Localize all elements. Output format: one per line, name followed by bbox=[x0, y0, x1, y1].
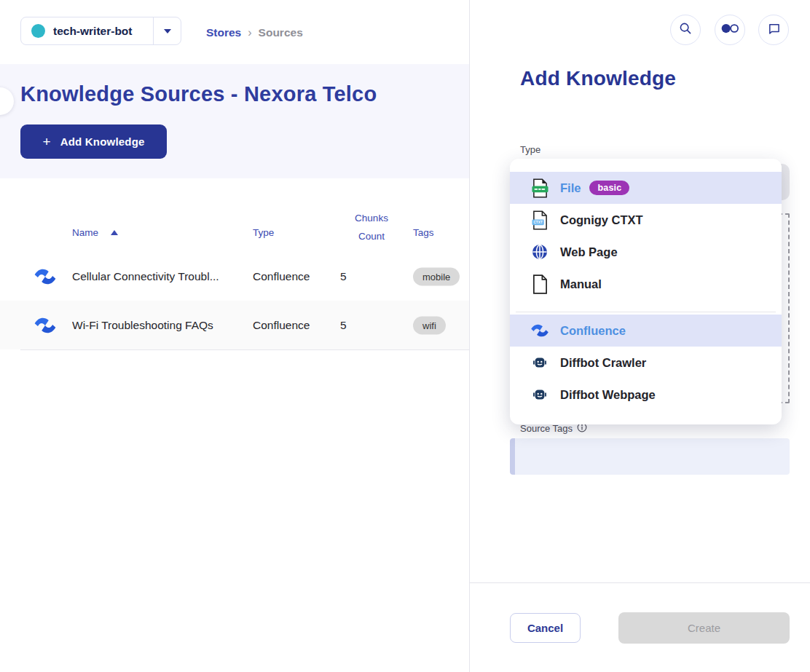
dropdown-option-confluence[interactable]: Confluence bbox=[510, 315, 782, 347]
basic-badge: basic bbox=[589, 181, 629, 195]
globe-icon bbox=[529, 243, 551, 261]
ctxt-file-icon: CTXT bbox=[529, 210, 551, 230]
chunks-count: 5 bbox=[340, 319, 347, 332]
dropdown-option-diffbot-webpage[interactable]: Diffbot Webpage bbox=[510, 379, 782, 411]
dropdown-option-label: Diffbot Webpage bbox=[560, 388, 656, 402]
tag-badge: mobile bbox=[413, 267, 460, 285]
source-tags-input[interactable] bbox=[510, 438, 790, 475]
document-icon bbox=[529, 274, 551, 294]
source-name: Cellular Connectivity Troubl... bbox=[72, 270, 219, 283]
dropdown-divider bbox=[516, 312, 776, 312]
chunks-count: 5 bbox=[340, 270, 347, 283]
page-title: Knowledge Sources - Nexora Telco bbox=[20, 82, 377, 106]
toggle-view-button[interactable] bbox=[715, 15, 745, 45]
dropdown-option-manual[interactable]: Manual bbox=[510, 268, 782, 300]
agent-selector[interactable]: tech-writer-bot bbox=[20, 17, 181, 45]
source-type: Confluence bbox=[253, 319, 310, 332]
dropdown-option-file[interactable]: File basic bbox=[510, 172, 782, 204]
dropdown-option-label: Diffbot Crawler bbox=[560, 356, 646, 370]
panel-divider bbox=[469, 0, 470, 672]
page-header bbox=[0, 64, 470, 178]
dropdown-option-label: Web Page bbox=[560, 245, 618, 259]
confluence-logo-icon bbox=[529, 320, 551, 341]
source-type: Confluence bbox=[253, 270, 310, 283]
column-header-type[interactable]: Type bbox=[253, 227, 274, 238]
svg-text:CTXT: CTXT bbox=[533, 221, 543, 224]
chevron-down-icon[interactable] bbox=[154, 28, 181, 34]
plus-icon: + bbox=[42, 134, 50, 150]
chat-icon bbox=[766, 21, 782, 39]
column-header-chunks-count[interactable]: Chunks Count bbox=[344, 209, 399, 245]
dropdown-option-label: Confluence bbox=[560, 324, 626, 338]
column-header-name[interactable]: Name bbox=[72, 227, 98, 238]
type-field-label: Type bbox=[520, 144, 540, 155]
search-icon bbox=[677, 20, 693, 39]
agent-name: tech-writer-bot bbox=[53, 25, 153, 38]
file-green-icon bbox=[529, 178, 551, 198]
add-knowledge-button[interactable]: + Add Knowledge bbox=[20, 124, 167, 159]
panel-title: Add Knowledge bbox=[520, 67, 676, 90]
dropdown-option-label: Cognigy CTXT bbox=[560, 213, 643, 227]
dropdown-option-cognigy-ctxt[interactable]: CTXT Cognigy CTXT bbox=[510, 204, 782, 236]
column-header-tags[interactable]: Tags bbox=[413, 227, 434, 238]
breadcrumb-separator: › bbox=[248, 26, 251, 39]
row-divider bbox=[20, 349, 470, 350]
search-button[interactable] bbox=[670, 15, 701, 45]
add-knowledge-button-label: Add Knowledge bbox=[60, 135, 145, 148]
create-button[interactable]: Create bbox=[618, 612, 790, 644]
dropdown-option-web-page[interactable]: Web Page bbox=[510, 236, 782, 268]
sort-ascending-icon[interactable] bbox=[111, 230, 118, 235]
type-dropdown-menu: File basic CTXT Cognigy CTXT Web Page bbox=[510, 159, 782, 424]
chat-button[interactable] bbox=[758, 15, 789, 45]
footer-divider bbox=[470, 582, 810, 583]
robot-icon bbox=[529, 387, 551, 403]
breadcrumb-sources: Sources bbox=[259, 26, 303, 39]
cancel-button[interactable]: Cancel bbox=[510, 613, 581, 643]
confluence-logo-icon bbox=[33, 313, 58, 338]
agent-status-dot bbox=[31, 24, 45, 38]
source-name: Wi-Fi Troubleshooting FAQs bbox=[72, 319, 213, 332]
confluence-logo-icon bbox=[33, 264, 58, 289]
dropdown-option-label: File bbox=[560, 181, 581, 195]
tag-badge: wifi bbox=[413, 316, 446, 334]
robot-icon bbox=[529, 355, 551, 371]
table-row[interactable]: Wi-Fi Troubleshooting FAQs Confluence 5 … bbox=[0, 301, 470, 349]
toggle-view-icon bbox=[720, 22, 740, 38]
dropdown-option-diffbot-crawler[interactable]: Diffbot Crawler bbox=[510, 347, 782, 379]
table-row[interactable]: Cellular Connectivity Troubl... Confluen… bbox=[0, 252, 470, 301]
input-accent-stripe bbox=[510, 438, 515, 475]
breadcrumb-stores[interactable]: Stores bbox=[206, 26, 241, 39]
breadcrumb: Stores › Sources bbox=[206, 26, 303, 39]
dropdown-option-label: Manual bbox=[560, 277, 602, 291]
